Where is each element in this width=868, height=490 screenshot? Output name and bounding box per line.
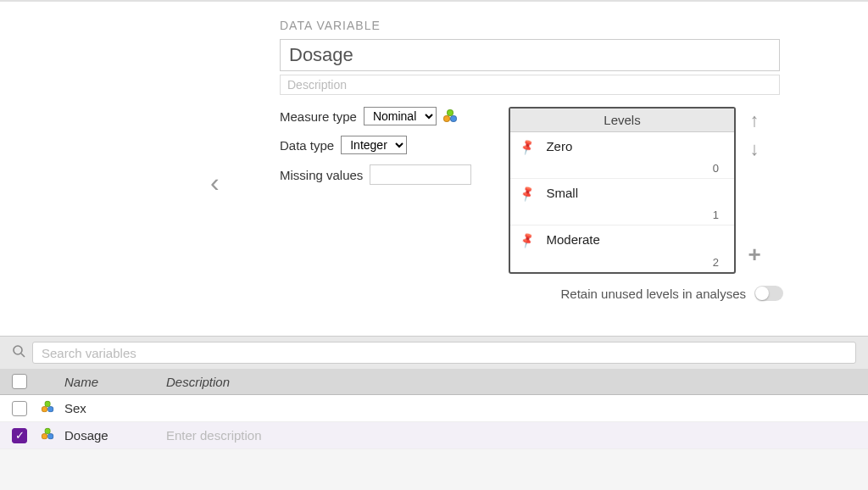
column-name-header: Name xyxy=(64,375,166,389)
variables-table-header: Name Description xyxy=(0,369,868,395)
level-buttons: ↑ ↓ + xyxy=(743,107,766,274)
retain-unused-toggle[interactable] xyxy=(754,286,783,301)
row-checkbox[interactable]: ✓ xyxy=(12,428,27,443)
measure-type-label: Measure type xyxy=(280,109,357,124)
level-label: Zero xyxy=(546,139,572,153)
data-type-select[interactable]: Integer xyxy=(341,136,407,154)
nominal-icon xyxy=(42,428,55,440)
variable-name-cell: Sex xyxy=(64,401,166,415)
search-bar xyxy=(0,336,868,369)
levels-box: Levels 📌 Zero 0 📌 Small 1 xyxy=(509,107,736,274)
editor-content: DATA VARIABLE Measure type Nominal Data … xyxy=(280,19,797,301)
variable-editor-panel: ‹ DATA VARIABLE Measure type Nominal Dat… xyxy=(0,0,868,336)
variable-name-cell: Dosage xyxy=(64,428,166,443)
pin-icon: 📌 xyxy=(518,185,536,203)
section-title: DATA VARIABLE xyxy=(280,19,797,32)
variable-desc-cell: Enter description xyxy=(166,428,856,443)
variable-row[interactable]: Sex xyxy=(0,395,868,422)
level-value: 1 xyxy=(713,209,719,221)
data-type-label: Data type xyxy=(280,138,334,153)
level-value: 2 xyxy=(713,256,719,269)
move-down-button[interactable]: ↓ xyxy=(743,137,766,161)
retain-row: Retain unused levels in analyses xyxy=(280,286,797,301)
row-checkbox[interactable] xyxy=(12,401,27,416)
retain-unused-label: Retain unused levels in analyses xyxy=(561,287,746,301)
type-controls: Measure type Nominal Data type Integer M… xyxy=(280,107,492,274)
nominal-icon xyxy=(443,109,459,123)
levels-header: Levels xyxy=(510,109,734,132)
level-item[interactable]: 📌 Moderate 2 xyxy=(510,226,734,272)
pin-icon: 📌 xyxy=(518,138,536,156)
pin-icon: 📌 xyxy=(518,231,536,249)
missing-values-input[interactable] xyxy=(370,164,471,185)
select-all-checkbox[interactable] xyxy=(12,374,27,389)
variable-description-input[interactable] xyxy=(280,75,780,95)
level-item[interactable]: 📌 Zero 0 xyxy=(510,132,734,179)
collapse-chevron-left-icon[interactable]: ‹ xyxy=(210,167,220,198)
level-label: Small xyxy=(546,186,578,200)
svg-line-1 xyxy=(21,354,25,357)
variable-row[interactable]: ✓ Dosage Enter description xyxy=(0,422,868,449)
add-level-button[interactable]: + xyxy=(743,242,766,266)
variable-name-input[interactable] xyxy=(280,39,780,71)
move-up-button[interactable]: ↑ xyxy=(743,109,766,132)
levels-list[interactable]: 📌 Zero 0 📌 Small 1 📌 Moderate 2 xyxy=(510,132,734,272)
missing-values-label: Missing values xyxy=(280,168,363,182)
search-input[interactable] xyxy=(32,342,856,364)
levels-area: Levels 📌 Zero 0 📌 Small 1 xyxy=(509,107,766,274)
level-item[interactable]: 📌 Small 1 xyxy=(510,179,734,226)
level-value: 0 xyxy=(713,162,719,175)
nominal-icon xyxy=(42,401,55,413)
search-icon xyxy=(12,344,25,362)
level-label: Moderate xyxy=(546,232,599,247)
measure-type-select[interactable]: Nominal xyxy=(364,107,437,125)
svg-point-0 xyxy=(14,346,22,354)
column-desc-header: Description xyxy=(166,375,856,389)
